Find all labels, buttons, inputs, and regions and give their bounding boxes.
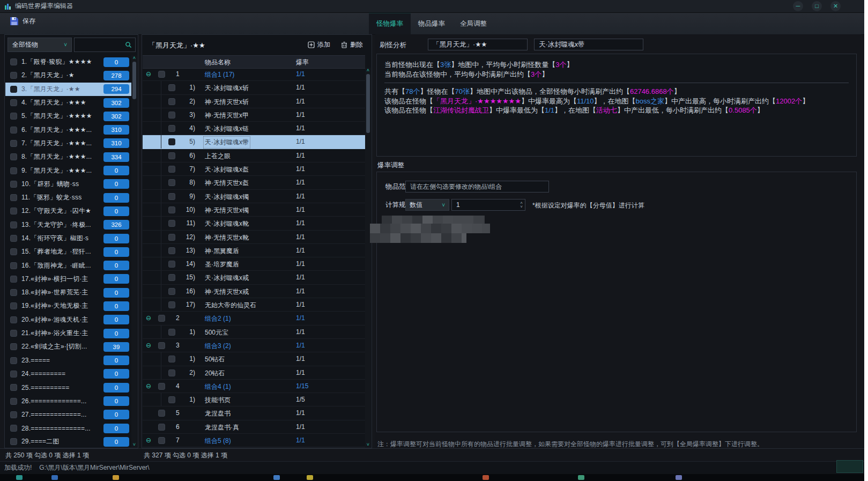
monster-row[interactable]: 3.「黑月天龙」·★★294 <box>5 83 131 96</box>
monster-checkbox[interactable] <box>10 58 17 65</box>
monster-checkbox[interactable] <box>10 113 17 120</box>
scroll-up-icon[interactable]: ˄ <box>365 68 371 73</box>
monster-checkbox[interactable] <box>10 181 17 188</box>
item-row[interactable]: 10)神·无情灭世x镯1/1 <box>143 203 365 217</box>
monster-checkbox[interactable] <box>10 357 17 364</box>
monster-search-box[interactable] <box>74 38 136 52</box>
monster-checkbox[interactable] <box>10 86 17 93</box>
item-row[interactable]: 6龙涅盘书·真1/1 <box>143 420 365 434</box>
item-row[interactable]: 1)500元宝1/1 <box>143 325 365 339</box>
monster-list-scrollbar[interactable]: ˄ ˅ <box>131 55 137 447</box>
spinner-arrows-icon[interactable]: ˄˅ <box>520 201 523 209</box>
item-row[interactable]: 11)天·冰封噬魂x靴1/1 <box>143 217 365 230</box>
item-row[interactable]: ⊖1组合1 (17)1/1 <box>143 68 365 81</box>
monster-row[interactable]: 11.「驱邪」蛟龙·sss0 <box>5 191 131 204</box>
monster-row[interactable]: 15.「葬者地龙」·狴犴...0 <box>5 245 131 258</box>
item-checkbox[interactable] <box>158 383 165 390</box>
item-checkbox[interactable] <box>158 315 165 322</box>
scroll-down-icon[interactable]: ˅ <box>365 442 371 447</box>
add-item-button[interactable]: 添加 <box>308 40 330 49</box>
monster-checkbox[interactable] <box>10 425 17 432</box>
monster-checkbox[interactable] <box>10 221 17 228</box>
monster-row[interactable]: 19.«封神»·天地无极·主0 <box>5 299 131 313</box>
item-row[interactable]: 1)50钻石1/1 <box>143 352 365 366</box>
item-row[interactable]: 16)神·无情灭世x戒1/1 <box>143 285 365 298</box>
item-row[interactable]: 2)神·无情灭世x斩1/1 <box>143 95 365 108</box>
monster-checkbox[interactable] <box>10 140 17 147</box>
monster-search-input[interactable] <box>78 41 125 49</box>
monster-row[interactable]: 9.「黑月天龙」·★★★...0 <box>5 164 131 177</box>
monster-row[interactable]: 6.「黑月天龙」·★★★...310 <box>5 123 131 136</box>
monster-row[interactable]: 1.「殿脊·狻猊」★★★★0 <box>5 55 131 69</box>
item-checkbox[interactable] <box>158 424 165 431</box>
item-checkbox[interactable] <box>158 342 165 349</box>
monster-checkbox[interactable] <box>10 194 17 201</box>
scrollbar-thumb[interactable] <box>366 74 370 133</box>
taskbar-icon[interactable] <box>273 475 280 480</box>
rule-type-dropdown[interactable]: 数值 ˅ <box>405 199 449 211</box>
item-row[interactable]: 1)天·冰封噬魂x斩1/1 <box>143 81 365 94</box>
taskbar-icon[interactable] <box>113 475 119 480</box>
monster-checkbox[interactable] <box>10 262 17 269</box>
tab-global-adjust[interactable]: 全局调整 <box>452 13 494 34</box>
monster-row[interactable]: 20.«封神»·游魂天机·主0 <box>5 313 131 327</box>
item-row[interactable]: 17)无始大帝的仙灵石1/1 <box>143 298 365 312</box>
item-row[interactable]: 14)圣·培罗魔盾1/1 <box>143 257 365 271</box>
monster-checkbox[interactable] <box>10 371 17 378</box>
monster-row[interactable]: 29.====二图0 <box>5 435 131 447</box>
monster-row[interactable]: 4.「黑月天龙」·★★★302 <box>5 96 131 109</box>
taskbar-icon[interactable] <box>51 475 58 480</box>
taskbar-icon[interactable] <box>578 475 584 480</box>
monster-checkbox[interactable] <box>10 127 17 134</box>
taskbar-icon[interactable] <box>307 475 313 480</box>
monster-checkbox[interactable] <box>10 330 17 337</box>
taskbar[interactable] <box>0 474 864 481</box>
collapse-icon[interactable]: ⊖ <box>146 342 151 349</box>
monster-filter-dropdown[interactable]: 全部怪物 ˅ <box>8 38 72 52</box>
monster-row[interactable]: 7.「黑月天龙」·★★★...310 <box>5 137 131 150</box>
collapse-icon[interactable]: ⊖ <box>146 70 151 78</box>
item-row[interactable]: 8)神·无情灭世x盔1/1 <box>143 176 365 189</box>
scroll-down-icon[interactable]: ˅ <box>131 442 137 447</box>
monster-checkbox[interactable] <box>10 72 17 79</box>
item-row[interactable]: 7)天·冰封噬魂x盔1/1 <box>143 162 365 176</box>
monster-row[interactable]: 8.「黑月天龙」·★★★...334 <box>5 150 131 164</box>
taskbar-icon[interactable] <box>16 475 23 480</box>
monster-row[interactable]: 12.「守殿天龙」·囚牛★0 <box>5 204 131 218</box>
minimize-button[interactable]: ─ <box>793 1 803 11</box>
item-checkbox[interactable] <box>158 410 165 417</box>
monster-checkbox[interactable] <box>10 167 17 174</box>
monster-checkbox[interactable] <box>10 208 17 214</box>
monster-row[interactable]: 16.「致雨神龙」·睚眦...0 <box>5 258 131 272</box>
tray-widget[interactable] <box>836 460 863 473</box>
maximize-button[interactable]: □ <box>812 1 822 11</box>
taskbar-icon[interactable] <box>676 475 682 480</box>
monster-row[interactable]: 21.«封神»·浴火重生·主0 <box>5 327 131 340</box>
monster-checkbox[interactable] <box>10 316 17 323</box>
tab-monster-rate[interactable]: 怪物爆率 <box>369 13 411 34</box>
item-row[interactable]: ⊖4组合4 (1)1/15 <box>143 380 365 393</box>
monster-row[interactable]: 26.=============...0 <box>5 394 131 408</box>
monster-row[interactable]: 17.«封神»·横扫一切·主0 <box>5 272 131 286</box>
item-row[interactable]: 2)20钻石1/1 <box>143 366 365 380</box>
tab-item-rate[interactable]: 物品爆率 <box>411 13 452 34</box>
item-row[interactable]: 12)神·无情灭世x靴1/1 <box>143 231 365 244</box>
monster-checkbox[interactable] <box>10 276 17 283</box>
monster-row[interactable]: 22.«剑域之主»·[切割...39 <box>5 340 131 353</box>
monster-checkbox[interactable] <box>10 99 17 106</box>
monster-checkbox[interactable] <box>10 235 17 242</box>
rule-value-spinner[interactable]: 1 ˄˅ <box>451 199 525 211</box>
close-button[interactable]: ✕ <box>830 1 841 11</box>
item-row[interactable]: 13)神·黑翼魔盾1/1 <box>143 244 365 257</box>
monster-row[interactable]: 13.「天龙守护」·终极...326 <box>5 218 131 232</box>
monster-checkbox[interactable] <box>10 384 17 391</box>
monster-checkbox[interactable] <box>10 398 17 405</box>
monster-checkbox[interactable] <box>10 302 17 309</box>
item-row[interactable]: 9)天·冰封噬魂x镯1/1 <box>143 190 365 203</box>
monster-checkbox[interactable] <box>10 438 17 445</box>
item-row[interactable]: 4)天·冰封噬魂x链1/1 <box>143 122 365 135</box>
monster-row[interactable]: 10.「辟邪」螭吻·ss0 <box>5 177 131 191</box>
monster-row[interactable]: 18.«封神»·世界荒芜·主0 <box>5 286 131 299</box>
monster-checkbox[interactable] <box>10 248 17 255</box>
item-row[interactable]: 5龙涅盘书1/1 <box>143 406 365 420</box>
